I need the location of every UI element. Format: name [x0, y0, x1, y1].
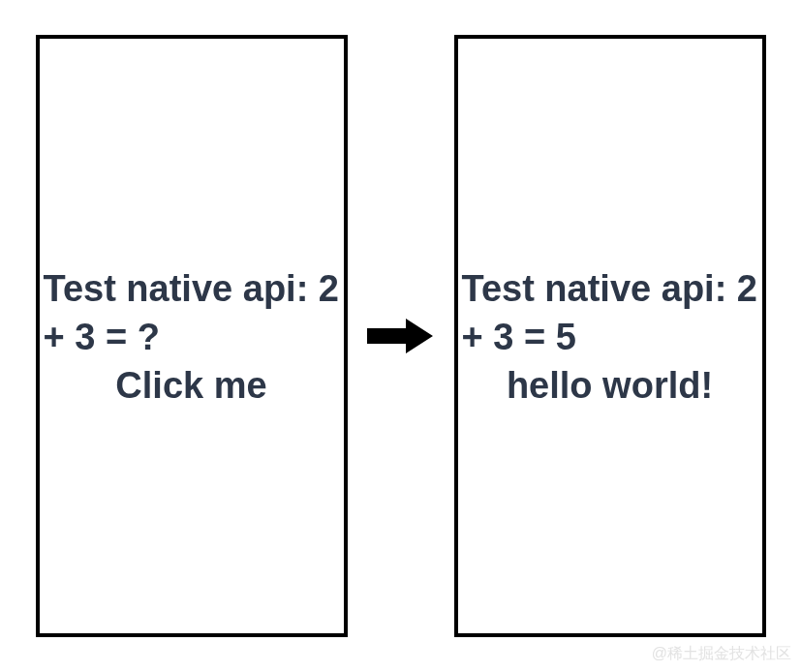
text-line1-before: Test native api: 2 — [44, 268, 340, 309]
api-test-text-before: Test native api: 2 + 3 = ? — [44, 265, 340, 361]
text-line2-before: + 3 = ? — [44, 317, 160, 357]
text-line2-after: + 3 = 5 — [462, 317, 576, 357]
text-line1-after: Test native api: 2 — [462, 268, 758, 309]
arrow-container — [367, 317, 435, 355]
click-me-button[interactable]: Click me — [44, 365, 340, 407]
result-text: hello world! — [462, 365, 758, 407]
diagram-container: Test native api: 2 + 3 = ? Click me Test… — [0, 0, 801, 672]
watermark: @稀土掘金技术社区 — [652, 644, 791, 664]
phone-frame-after: Test native api: 2 + 3 = 5 hello world! — [454, 35, 766, 637]
arrow-right-icon — [367, 317, 435, 355]
api-test-text-after: Test native api: 2 + 3 = 5 — [462, 265, 758, 361]
phone-frame-before: Test native api: 2 + 3 = ? Click me — [36, 35, 348, 637]
